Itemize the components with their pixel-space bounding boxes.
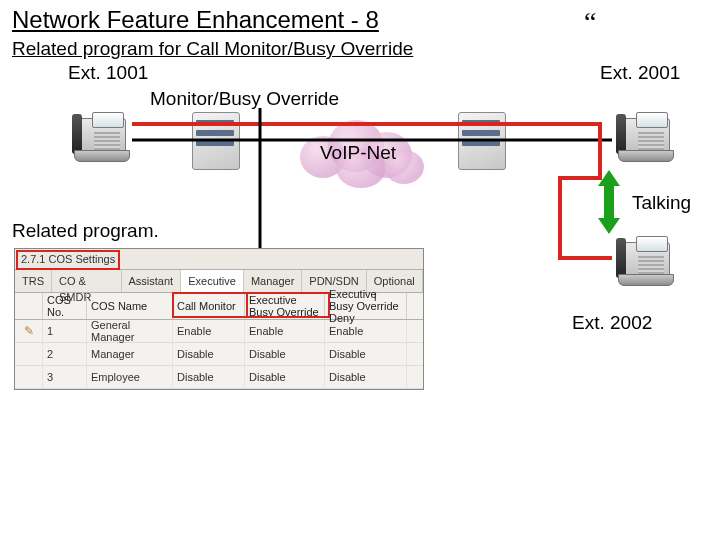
cell-cos-name: Employee: [87, 366, 173, 388]
pencil-icon: ✎: [24, 324, 34, 338]
tab-trs[interactable]: TRS: [15, 270, 52, 292]
ext-2001-label: Ext. 2001: [600, 62, 680, 84]
pbx-right-icon: [452, 108, 512, 174]
cell-override-deny: Enable: [325, 320, 407, 342]
cell-override: Disable: [245, 366, 325, 388]
phone-ext-1001-icon: [68, 108, 134, 164]
col-exec-busy-override-deny: Executive Busy Override Deny: [325, 293, 407, 319]
phone-ext-2001-icon: [612, 108, 678, 164]
talking-arrow-icon: [594, 170, 624, 238]
quote-mark: “: [584, 6, 596, 38]
talking-label: Talking: [632, 192, 691, 214]
cell-cos-name: Manager: [87, 343, 173, 365]
cell-call-monitor: Disable: [173, 343, 245, 365]
page-subtitle: Related program for Call Monitor/Busy Ov…: [12, 38, 413, 60]
cell-call-monitor: Enable: [173, 320, 245, 342]
cell-call-monitor: Disable: [173, 366, 245, 388]
col-cos-name: COS Name: [87, 293, 173, 319]
table-row[interactable]: 3 Employee Disable Disable Disable: [15, 366, 423, 389]
col-cos-no: COS No.: [43, 293, 87, 319]
cell-override-deny: Disable: [325, 343, 407, 365]
col-exec-busy-override: Executive Busy Override: [245, 293, 325, 319]
cell-override-deny: Disable: [325, 366, 407, 388]
tab-assistant[interactable]: Assistant: [122, 270, 182, 292]
page-title: Network Feature Enhancement - 8: [12, 6, 379, 34]
cell-override: Enable: [245, 320, 325, 342]
svg-marker-1: [598, 170, 620, 234]
pbx-left-icon: [186, 108, 246, 174]
cell-cos-no: 1: [43, 320, 87, 342]
cell-cos-no: 2: [43, 343, 87, 365]
ext-2002-label: Ext. 2002: [572, 312, 652, 334]
col-call-monitor: Call Monitor: [173, 293, 245, 319]
table-row[interactable]: 2 Manager Disable Disable Disable: [15, 343, 423, 366]
cell-cos-name: General Manager: [87, 320, 173, 342]
cell-override: Disable: [245, 343, 325, 365]
cos-settings-panel: 2.7.1 COS Settings TRS CO & SMDR Assista…: [14, 248, 424, 390]
monitor-override-label: Monitor/Busy Override: [150, 88, 339, 110]
col-edit: [15, 293, 43, 319]
tab-manager[interactable]: Manager: [244, 270, 302, 292]
tab-co-smdr[interactable]: CO & SMDR: [52, 270, 122, 292]
phone-ext-2002-icon: [612, 232, 678, 288]
table-row[interactable]: ✎ 1 General Manager Enable Enable Enable: [15, 320, 423, 343]
voip-cloud-label: VoIP-Net: [320, 142, 396, 164]
ext-1001-label: Ext. 1001: [68, 62, 148, 84]
cell-cos-no: 3: [43, 366, 87, 388]
tab-executive[interactable]: Executive: [181, 270, 244, 292]
related-program-label: Related program.: [12, 220, 159, 242]
cos-section-title: 2.7.1 COS Settings: [15, 253, 115, 265]
cos-table-header: COS No. COS Name Call Monitor Executive …: [15, 293, 423, 320]
